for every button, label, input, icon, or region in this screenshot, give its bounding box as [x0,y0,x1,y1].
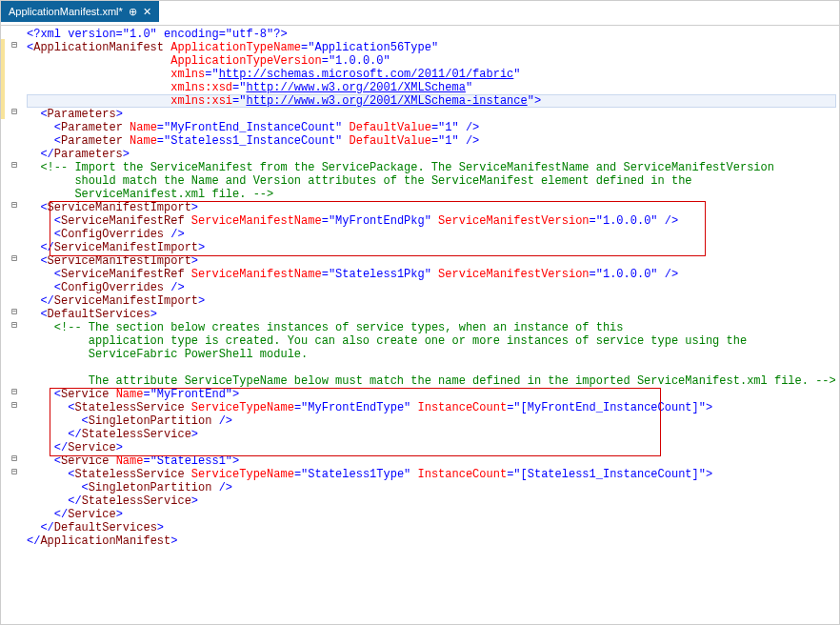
code-line[interactable]: xmlns="http://schemas.microsoft.com/2011… [27,68,836,81]
code-line[interactable]: <Parameter Name="MyFrontEnd_InstanceCoun… [27,121,836,134]
fold-toggle [6,439,23,453]
code-line[interactable]: </DefaultServices> [27,521,836,534]
fold-toggle [6,426,23,439]
fold-toggle[interactable]: ⊟ [6,159,23,172]
pin-icon[interactable]: ⊕ [129,6,137,18]
editor-area[interactable]: ⊟⊟⊟⊟⊟⊟⊟⊟⊟⊟⊟ <?xml version="1.0" encoding… [1,26,839,625]
code-line[interactable]: <ConfigOverrides /> [27,228,836,241]
fold-toggle[interactable]: ⊟ [6,453,23,466]
fold-toggle [6,52,23,66]
fold-toggle [6,66,23,79]
fold-toggle [6,346,23,359]
fold-toggle [6,239,23,252]
fold-toggle [6,226,23,239]
code-line[interactable]: xmlns:xsd="http://www.w3.org/2001/XMLSch… [27,81,836,94]
code-line[interactable] [27,361,836,374]
code-line[interactable]: ServiceFabric PowerShell module. [27,348,836,361]
code-line[interactable]: <!-- Import the ServiceManifest from the… [27,161,836,174]
code-line[interactable]: The attribute ServiceTypeName below must… [27,374,836,388]
fold-toggle [6,506,23,519]
code-line[interactable]: <SingletonPartition /> [27,414,836,428]
fold-toggle [6,279,23,292]
fold-toggle [6,26,23,39]
fold-toggle [6,413,23,426]
active-tab[interactable]: ApplicationManifest.xml* ⊕ ✕ [1,1,159,22]
code-line[interactable]: application type is created. You can als… [27,334,836,348]
fold-gutter[interactable]: ⊟⊟⊟⊟⊟⊟⊟⊟⊟⊟⊟ [6,26,23,625]
fold-toggle [6,79,23,92]
fold-toggle [6,119,23,132]
code-line[interactable]: </ApplicationManifest> [27,534,836,548]
fold-toggle[interactable]: ⊟ [6,306,23,319]
fold-toggle [6,493,23,506]
fold-toggle [6,212,23,226]
fold-toggle[interactable]: ⊟ [6,252,23,266]
fold-toggle [6,359,23,373]
fold-toggle [6,333,23,346]
code-line[interactable]: <!-- The section below creates instances… [27,321,836,334]
code-line[interactable]: </ServiceManifestImport> [27,294,836,308]
tab-title: ApplicationManifest.xml* [9,6,123,17]
fold-toggle [6,373,23,386]
code-line[interactable]: <ServiceManifestRef ServiceManifestName=… [27,268,836,281]
fold-toggle [6,172,23,186]
code-line[interactable]: <DefaultServices> [27,308,836,321]
fold-toggle [6,292,23,306]
code-line[interactable]: <ServiceManifestImport> [27,254,836,268]
code-line[interactable]: </Service> [27,441,836,454]
fold-toggle[interactable]: ⊟ [6,319,23,333]
code-line[interactable]: </Parameters> [27,148,836,161]
code-line[interactable]: <StatelessService ServiceTypeName="State… [27,468,836,481]
code-line[interactable]: xmlns:xsi="http://www.w3.org/2001/XMLSch… [27,94,836,108]
fold-toggle[interactable]: ⊟ [6,39,23,52]
fold-toggle[interactable]: ⊟ [6,386,23,399]
fold-toggle[interactable]: ⊟ [6,106,23,119]
fold-toggle [6,146,23,159]
code-view[interactable]: <?xml version="1.0" encoding="utf-8"?><A… [23,26,836,625]
code-line[interactable]: ServiceManifest.xml file. --> [27,188,836,201]
close-icon[interactable]: ✕ [143,6,151,18]
code-line[interactable]: </ServiceManifestImport> [27,241,836,254]
code-line[interactable]: <Service Name="MyFrontEnd"> [27,388,836,401]
code-line[interactable]: </Service> [27,508,836,521]
fold-toggle [6,533,23,546]
code-line[interactable]: <Service Name="Stateless1"> [27,454,836,468]
code-line[interactable]: ApplicationTypeVersion="1.0.0.0" [27,54,836,68]
code-line[interactable]: <StatelessService ServiceTypeName="MyFro… [27,401,836,414]
code-line[interactable]: <Parameters> [27,108,836,121]
tab-bar: ApplicationManifest.xml* ⊕ ✕ [1,1,839,26]
code-line[interactable]: <ServiceManifestImport> [27,201,836,214]
fold-toggle[interactable]: ⊟ [6,199,23,212]
fold-toggle [6,479,23,493]
modified-marker [1,39,5,119]
fold-toggle [6,132,23,146]
code-line[interactable]: <SingletonPartition /> [27,481,836,494]
fold-toggle [6,266,23,279]
fold-toggle [6,519,23,533]
fold-toggle[interactable]: ⊟ [6,466,23,479]
code-line[interactable]: <ConfigOverrides /> [27,281,836,294]
code-line[interactable]: </StatelessService> [27,428,836,441]
code-line[interactable]: <Parameter Name="Stateless1_InstanceCoun… [27,134,836,148]
code-line[interactable]: </StatelessService> [27,494,836,508]
fold-toggle[interactable]: ⊟ [6,399,23,413]
fold-toggle [6,92,23,106]
fold-toggle [6,186,23,199]
code-line[interactable]: <ApplicationManifest ApplicationTypeName… [27,41,836,54]
code-line[interactable]: <?xml version="1.0" encoding="utf-8"?> [27,28,836,41]
code-line[interactable]: should match the Name and Version attrib… [27,174,836,188]
code-line[interactable]: <ServiceManifestRef ServiceManifestName=… [27,214,836,228]
